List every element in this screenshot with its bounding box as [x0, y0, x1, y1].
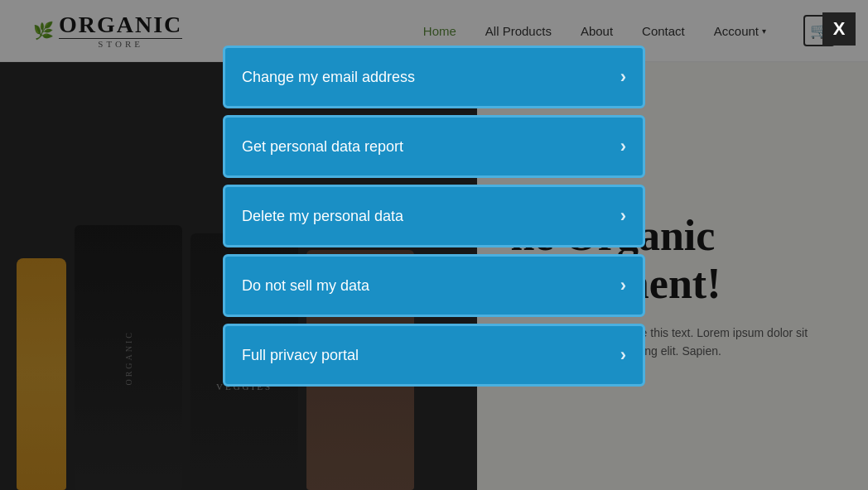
privacy-portal-label: Full privacy portal	[242, 347, 359, 364]
delete-personal-data-label: Delete my personal data	[242, 208, 403, 225]
privacy-portal-button[interactable]: Full privacy portal ›	[223, 324, 645, 387]
personal-data-report-button[interactable]: Get personal data report ›	[223, 115, 645, 178]
change-email-chevron-icon: ›	[620, 66, 626, 88]
delete-personal-data-button[interactable]: Delete my personal data ›	[223, 185, 645, 247]
personal-data-report-label: Get personal data report	[242, 138, 403, 156]
do-not-sell-chevron-icon: ›	[620, 275, 626, 296]
close-button[interactable]: X	[822, 12, 856, 46]
privacy-modal: Change my email address › Get personal d…	[223, 46, 645, 387]
do-not-sell-label: Do not sell my data	[242, 277, 369, 295]
do-not-sell-button[interactable]: Do not sell my data ›	[223, 254, 645, 317]
privacy-portal-chevron-icon: ›	[620, 344, 626, 366]
personal-data-report-chevron-icon: ›	[620, 136, 626, 157]
change-email-button[interactable]: Change my email address ›	[223, 46, 645, 108]
delete-personal-data-chevron-icon: ›	[620, 205, 626, 227]
change-email-label: Change my email address	[242, 69, 415, 86]
